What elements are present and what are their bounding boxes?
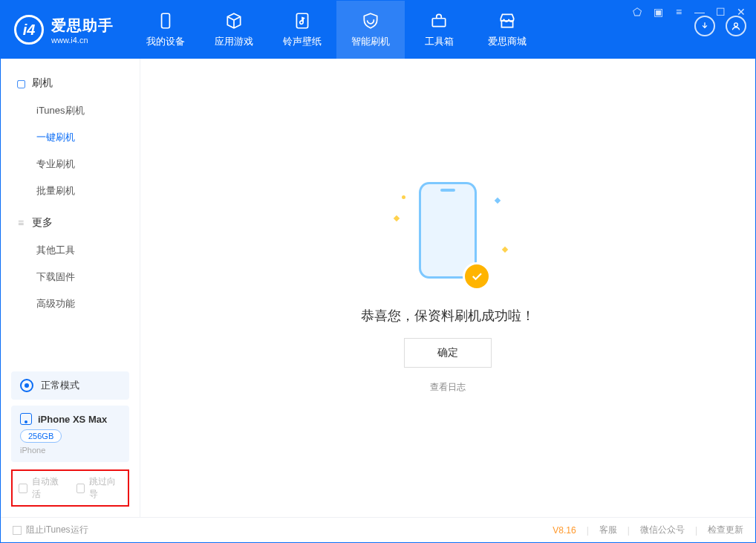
download-button[interactable]	[694, 16, 715, 36]
nav-store[interactable]: 爱思商城	[473, 1, 541, 59]
checkbox-block-itunes[interactable]: 阻止iTunes运行	[13, 524, 88, 536]
nav-ringtones[interactable]: 铃声壁纸	[268, 1, 336, 59]
menu-icon[interactable]: ≡	[672, 5, 685, 19]
options-row: 自动激活 跳过向导	[11, 469, 129, 507]
close-button[interactable]: ✕	[734, 5, 748, 19]
content: 恭喜您，保资料刷机成功啦！ 确定 查看日志	[140, 59, 755, 517]
cube-icon	[224, 11, 244, 30]
version-label: V8.16	[553, 525, 576, 536]
body: ▢ 刷机 iTunes刷机 一键刷机 专业刷机 批量刷机 ≡ 更多 其他工具 下…	[1, 59, 755, 517]
device-type: iPhone	[20, 446, 120, 455]
note-icon[interactable]: ▣	[651, 5, 665, 19]
sidebar-head-flash: ▢ 刷机	[1, 72, 140, 97]
nav-smart-flash[interactable]: 智能刷机	[336, 1, 405, 59]
mode-icon	[20, 379, 33, 392]
device-name: iPhone XS Max	[38, 414, 107, 425]
store-icon	[498, 11, 517, 30]
sidebar: ▢ 刷机 iTunes刷机 一键刷机 专业刷机 批量刷机 ≡ 更多 其他工具 下…	[1, 59, 140, 517]
note-file-icon	[293, 11, 312, 30]
app-name: 爱思助手	[51, 16, 114, 36]
device-icon	[156, 11, 175, 30]
sidebar-bottom: 正常模式 iPhone XS Max 256GB iPhone 自动激活	[1, 365, 140, 517]
checkbox-icon	[76, 484, 85, 493]
checkbox-skip-guide[interactable]: 跳过向导	[76, 475, 123, 501]
maximize-button[interactable]: ☐	[714, 5, 727, 19]
footer-right: V8.16 | 客服 | 微信公众号 | 检查更新	[553, 524, 743, 536]
user-button[interactable]	[726, 16, 746, 36]
check-badge-icon	[463, 262, 491, 290]
shield-refresh-icon	[361, 11, 380, 30]
minimize-button[interactable]: —	[693, 5, 706, 19]
footer: 阻止iTunes运行 V8.16 | 客服 | 微信公众号 | 检查更新	[1, 517, 755, 542]
phone-outline-icon: ▢	[16, 78, 26, 88]
device-small-icon	[20, 413, 32, 425]
sidebar-item-pro-flash[interactable]: 专业刷机	[1, 151, 140, 178]
titlebar: ⬠ ▣ ≡ — ☐ ✕	[630, 5, 748, 19]
checkbox-icon	[13, 526, 22, 535]
footer-link-update[interactable]: 检查更新	[708, 524, 743, 536]
sidebar-item-itunes-flash[interactable]: iTunes刷机	[1, 97, 140, 124]
success-illustration	[388, 182, 507, 293]
sidebar-item-other-tools[interactable]: 其他工具	[1, 237, 140, 264]
svg-rect-0	[162, 13, 170, 28]
list-icon: ≡	[16, 218, 26, 228]
sidebar-item-advanced[interactable]: 高级功能	[1, 290, 140, 317]
main-nav: 我的设备 应用游戏 铃声壁纸 智能刷机 工具箱 爱思商城	[131, 1, 541, 59]
checkbox-auto-activate[interactable]: 自动激活	[19, 475, 65, 501]
footer-link-wechat[interactable]: 微信公众号	[640, 524, 685, 536]
nav-my-device[interactable]: 我的设备	[131, 1, 200, 59]
sidebar-item-batch-flash[interactable]: 批量刷机	[1, 178, 140, 204]
capacity-badge: 256GB	[20, 429, 62, 443]
nav-apps-games[interactable]: 应用游戏	[200, 1, 268, 59]
svg-point-4	[734, 23, 738, 27]
sidebar-head-more: ≡ 更多	[1, 212, 140, 237]
view-log-link[interactable]: 查看日志	[430, 381, 466, 394]
svg-rect-2	[432, 19, 445, 27]
mode-label: 正常模式	[41, 379, 79, 392]
sidebar-item-download-fw[interactable]: 下载固件	[1, 264, 140, 290]
header-right	[694, 16, 746, 44]
logo-icon: i4	[14, 15, 44, 45]
header: ⬠ ▣ ≡ — ☐ ✕ i4 爱思助手 www.i4.cn 我的设备 应用游戏	[1, 1, 755, 59]
shirt-icon[interactable]: ⬠	[630, 5, 644, 19]
logo: i4 爱思助手 www.i4.cn	[14, 15, 114, 45]
sidebar-section-more: ≡ 更多 其他工具 下载固件 高级功能	[1, 212, 140, 325]
app-url: www.i4.cn	[51, 36, 114, 45]
device-card[interactable]: iPhone XS Max 256GB iPhone	[11, 406, 129, 462]
mode-card[interactable]: 正常模式	[11, 371, 129, 400]
success-message: 恭喜您，保资料刷机成功啦！	[361, 307, 535, 325]
confirm-button[interactable]: 确定	[404, 338, 492, 368]
sidebar-section-flash: ▢ 刷机 iTunes刷机 一键刷机 专业刷机 批量刷机	[1, 72, 140, 212]
footer-link-support[interactable]: 客服	[599, 524, 617, 536]
app-window: ⬠ ▣ ≡ — ☐ ✕ i4 爱思助手 www.i4.cn 我的设备 应用游戏	[0, 0, 756, 543]
nav-toolbox[interactable]: 工具箱	[405, 1, 473, 59]
toolbox-icon	[429, 11, 449, 30]
sidebar-item-oneclick-flash[interactable]: 一键刷机	[1, 124, 140, 151]
checkbox-icon	[19, 484, 27, 493]
